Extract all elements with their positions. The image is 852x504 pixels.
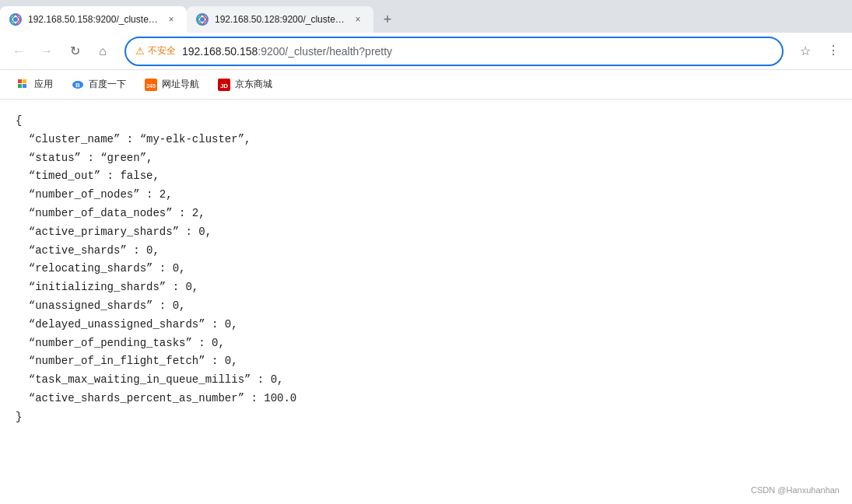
jd-icon: JD	[218, 79, 230, 91]
address-bar[interactable]: ⚠ 不安全 192.168.50.158:9200/_cluster/healt…	[124, 37, 784, 66]
baidu-icon: B	[72, 79, 84, 91]
svg-point-1	[13, 17, 18, 22]
bookmark-apps-label: 应用	[34, 78, 53, 91]
nav-2345-icon: 245	[145, 79, 157, 91]
bookmark-star-button[interactable]: ☆	[793, 39, 818, 64]
bookmark-apps[interactable]: 应用	[9, 75, 61, 94]
reload-button[interactable]: ↻	[62, 39, 87, 64]
back-icon: ←	[12, 44, 25, 58]
address-path: :9200/_cluster/health?pretty	[258, 45, 392, 58]
tab-2-close[interactable]: ×	[352, 13, 364, 26]
apps-grid-icon	[17, 79, 30, 91]
home-icon: ⌂	[99, 44, 107, 58]
menu-button[interactable]: ⋮	[821, 39, 846, 64]
warning-triangle-icon: ⚠	[135, 45, 145, 57]
tab-1-close[interactable]: ×	[165, 13, 177, 26]
svg-text:JD: JD	[220, 82, 228, 89]
reload-icon: ↻	[70, 44, 80, 58]
security-label: 不安全	[148, 44, 176, 58]
tab-1[interactable]: 192.168.50.158:9200/_cluster/h ×	[0, 6, 187, 33]
tab-2-title: 192.168.50.128:9200/_cluster/h	[215, 14, 345, 25]
svg-text:B: B	[75, 82, 80, 89]
svg-text:245: 245	[146, 83, 156, 89]
security-warning: ⚠ 不安全	[135, 44, 176, 58]
bookmark-2345[interactable]: 245 网址导航	[137, 75, 207, 94]
bookmarks-bar: 应用 B 百度一下 245 网址导航 JD 京东商城	[0, 70, 852, 100]
svg-rect-7	[23, 84, 26, 88]
content-area: { “cluster_name” : “my-elk-cluster”, “st…	[0, 100, 852, 504]
bookmark-baidu[interactable]: B 百度一下	[64, 75, 134, 94]
address-text: 192.168.50.158:9200/_cluster/health?pret…	[182, 45, 773, 58]
forward-icon: →	[40, 44, 53, 58]
watermark: CSDN @Hanxuhanhan	[751, 485, 840, 495]
address-host: 192.168.50.158	[182, 45, 258, 58]
tab-1-favicon	[9, 13, 22, 26]
tab-bar: 192.168.50.158:9200/_cluster/h × 192.168…	[0, 0, 852, 33]
json-response: { “cluster_name” : “my-elk-cluster”, “st…	[16, 112, 836, 427]
menu-dots-icon: ⋮	[827, 46, 840, 56]
star-icon: ☆	[800, 44, 811, 58]
new-tab-button[interactable]: +	[377, 9, 398, 30]
forward-button[interactable]: →	[34, 39, 59, 64]
svg-rect-6	[18, 84, 22, 88]
tab-2[interactable]: 192.168.50.128:9200/_cluster/h ×	[187, 6, 373, 33]
bookmark-2345-label: 网址导航	[162, 78, 199, 91]
tab-1-title: 192.168.50.158:9200/_cluster/h	[28, 14, 159, 25]
bookmark-jd[interactable]: JD 京东商城	[210, 75, 280, 94]
bookmark-jd-label: 京东商城	[235, 78, 272, 91]
bookmark-baidu-label: 百度一下	[89, 78, 126, 91]
svg-rect-4	[18, 79, 22, 83]
tab-2-favicon	[196, 13, 209, 26]
nav-bar: ← → ↻ ⌂ ⚠ 不安全 192.168.50.158:9200/_clust…	[0, 33, 852, 70]
back-button[interactable]: ←	[6, 39, 31, 64]
svg-rect-5	[23, 79, 26, 83]
home-button[interactable]: ⌂	[90, 39, 115, 64]
svg-point-3	[200, 17, 205, 22]
